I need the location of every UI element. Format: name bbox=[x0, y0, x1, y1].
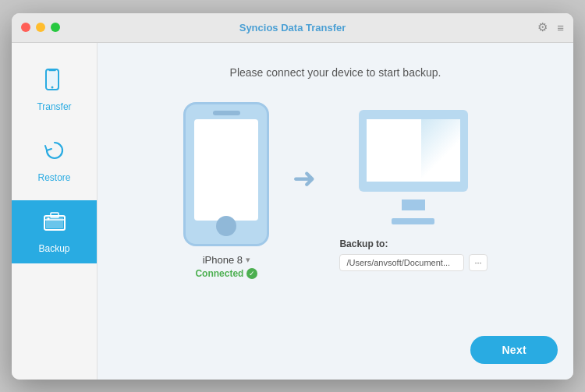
sidebar-item-transfer[interactable]: Transfer bbox=[12, 58, 97, 122]
title-icons: ⚙ ≡ bbox=[537, 20, 564, 34]
svg-rect-1 bbox=[48, 72, 57, 86]
sidebar-transfer-label: Transfer bbox=[37, 101, 71, 112]
svg-point-2 bbox=[51, 86, 53, 88]
sidebar-restore-label: Restore bbox=[37, 172, 70, 183]
app-window: Syncios Data Transfer ⚙ ≡ Transfer bbox=[12, 13, 573, 380]
transfer-icon bbox=[43, 68, 66, 97]
minimize-button[interactable] bbox=[36, 23, 45, 32]
backup-path-row: /Users/anvsoft/Document... ··· bbox=[339, 254, 487, 271]
devices-area: iPhone 8 ▾ Connected ✓ ➜ bbox=[183, 102, 487, 279]
close-button[interactable] bbox=[21, 23, 30, 32]
window-title: Syncios Data Transfer bbox=[239, 22, 346, 34]
phone-screen bbox=[194, 119, 258, 221]
device-name-row: iPhone 8 ▾ bbox=[203, 254, 250, 266]
more-options-button[interactable]: ··· bbox=[469, 254, 487, 271]
settings-icon[interactable]: ⚙ bbox=[537, 20, 548, 34]
svg-point-8 bbox=[47, 217, 49, 220]
phone-illustration bbox=[183, 102, 269, 246]
sidebar-backup-label: Backup bbox=[38, 243, 69, 254]
sidebar-item-backup[interactable]: Backup bbox=[12, 200, 97, 263]
sidebar: Transfer Restore bbox=[12, 43, 98, 380]
maximize-button[interactable] bbox=[51, 23, 60, 32]
sidebar-item-restore[interactable]: Restore bbox=[12, 129, 97, 192]
menu-icon[interactable]: ≡ bbox=[557, 21, 564, 34]
monitor-reflection bbox=[421, 119, 460, 182]
restore-icon bbox=[43, 139, 66, 168]
arrow-icon: ➜ bbox=[292, 162, 316, 195]
title-bar: Syncios Data Transfer ⚙ ≡ bbox=[12, 13, 573, 43]
monitor-container: Backup to: /Users/anvsoft/Document... ··… bbox=[339, 110, 487, 271]
backup-section: Backup to: /Users/anvsoft/Document... ··… bbox=[339, 238, 487, 271]
backup-label: Backup to: bbox=[339, 238, 388, 249]
device-name: iPhone 8 bbox=[203, 254, 243, 266]
backup-icon bbox=[43, 210, 66, 238]
content-area: Please connect your device to start back… bbox=[98, 43, 573, 380]
monitor-screen bbox=[367, 119, 460, 182]
phone-container: iPhone 8 ▾ Connected ✓ bbox=[183, 102, 269, 279]
chevron-down-icon[interactable]: ▾ bbox=[246, 255, 250, 265]
backup-path: /Users/anvsoft/Document... bbox=[339, 254, 464, 271]
instruction-text: Please connect your device to start back… bbox=[230, 66, 441, 79]
device-info: iPhone 8 ▾ Connected ✓ bbox=[195, 254, 257, 279]
connected-status: Connected bbox=[195, 268, 243, 279]
monitor-illustration bbox=[359, 110, 468, 192]
next-button[interactable]: Next bbox=[470, 336, 558, 364]
connected-check-icon: ✓ bbox=[246, 268, 257, 279]
main-layout: Transfer Restore bbox=[12, 43, 573, 380]
traffic-lights bbox=[21, 23, 60, 32]
monitor-stand bbox=[402, 200, 425, 210]
monitor-base bbox=[392, 218, 434, 224]
connected-row: Connected ✓ bbox=[195, 268, 257, 279]
